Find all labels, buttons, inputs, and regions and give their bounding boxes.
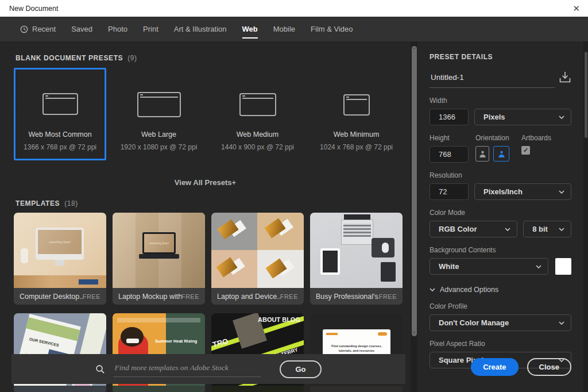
artboards-label: Artboards [521, 134, 551, 142]
advanced-options-toggle[interactable]: Advanced Options [430, 286, 571, 294]
orientation-portrait-icon[interactable] [475, 146, 489, 162]
clipped-template-row [14, 386, 405, 392]
width-label: Width [430, 97, 571, 105]
pixel-aspect-ratio-label: Pixel Aspect Ratio [430, 340, 571, 348]
panel-scrollbar[interactable] [583, 41, 588, 392]
tab-recent[interactable]: Recent [20, 17, 56, 41]
template-grid-row-1: Launching Soon! Computer Desktop... FREE… [14, 213, 403, 305]
tab-mobile[interactable]: Mobile [273, 17, 295, 41]
template-laptop-mockup[interactable]: Launching Soon! Laptop Mockup with... FR… [113, 213, 205, 305]
resolution-label: Resolution [430, 171, 571, 179]
template-thumbnail: Launching Soon! [14, 213, 106, 288]
document-name-field[interactable] [431, 73, 554, 82]
create-button[interactable]: Create [471, 358, 518, 376]
chevron-down-icon [559, 228, 564, 231]
height-input[interactable] [430, 146, 469, 163]
color-profile-label: Color Profile [430, 302, 571, 310]
dialog-title: New Document [9, 5, 58, 13]
browser-window-icon [42, 93, 78, 115]
tab-web[interactable]: Web [242, 17, 258, 41]
save-preset-icon[interactable] [559, 71, 571, 83]
main-content: BLANK DOCUMENT PRESETS (9) Web Most Comm… [0, 41, 411, 392]
chevron-down-icon [559, 116, 564, 119]
template-computer-desktop[interactable]: Launching Soon! Computer Desktop... FREE [14, 213, 106, 305]
resolution-input[interactable] [430, 183, 469, 200]
chevron-down-icon [505, 228, 510, 231]
scrollbar-thumb[interactable] [412, 46, 417, 336]
browser-window-icon [137, 92, 181, 117]
search-input[interactable] [113, 361, 261, 377]
tab-saved[interactable]: Saved [71, 17, 92, 41]
tab-art-illustration[interactable]: Art & Illustration [174, 17, 227, 41]
close-icon[interactable]: ✕ [572, 4, 580, 13]
preset-web-minimum[interactable]: Web Minimum 1024 x 768 px @ 72 ppi [310, 68, 403, 160]
main-scrollbar[interactable]: ⌃ ⌄ [411, 41, 417, 392]
preset-details-panel: PRESET DETAILS Width Pixels Height Orien… [417, 41, 583, 392]
search-icon [95, 364, 105, 374]
free-badge: FREE [379, 293, 397, 300]
chevron-down-icon [430, 288, 435, 291]
chevron-down-icon [536, 265, 541, 268]
tab-print[interactable]: Print [143, 17, 158, 41]
scroll-up-icon[interactable]: ⌃ [411, 47, 417, 52]
templates-section-header: TEMPLATES (18) [16, 199, 78, 207]
background-contents-dropdown[interactable]: White [430, 258, 548, 275]
tab-film-video[interactable]: Film & Video [311, 17, 353, 41]
color-profile-dropdown[interactable]: Don't Color Manage [430, 314, 571, 331]
browser-window-icon [343, 94, 370, 116]
tab-photo[interactable]: Photo [108, 17, 127, 41]
title-bar: New Document ✕ [0, 0, 588, 17]
templates-count: (18) [64, 199, 78, 207]
orientation-landscape-icon[interactable] [493, 146, 509, 162]
scroll-down-icon[interactable]: ⌄ [411, 329, 417, 334]
preset-web-large[interactable]: Web Large 1920 x 1080 px @ 72 ppi [113, 68, 205, 160]
browser-window-icon [239, 93, 276, 116]
clock-icon [20, 25, 28, 33]
chevron-down-icon [559, 190, 564, 194]
bit-depth-dropdown[interactable]: 8 bit [523, 221, 571, 237]
template-thumbnail [310, 213, 403, 288]
width-input[interactable] [430, 109, 469, 125]
color-mode-label: Color Mode [430, 209, 571, 217]
free-badge: FREE [280, 293, 298, 300]
background-contents-label: Background Contents [430, 246, 571, 254]
presets-section-header: BLANK DOCUMENT PRESETS (9) [16, 54, 137, 62]
free-badge: FREE [83, 293, 100, 300]
template-laptop-and-device[interactable]: Laptop and Device... FREE [211, 213, 304, 305]
adobe-stock-search-bar: Go [11, 354, 405, 384]
presets-count: (9) [127, 54, 137, 62]
scrollbar-thumb[interactable] [585, 52, 587, 138]
template-thumbnail [211, 213, 304, 288]
background-color-swatch[interactable] [555, 258, 571, 275]
close-button[interactable]: Close [527, 358, 571, 376]
color-mode-dropdown[interactable]: RGB Color [430, 221, 517, 237]
orientation-label: Orientation [475, 134, 517, 142]
artboards-checkbox[interactable]: ✓ [521, 146, 530, 155]
go-button[interactable]: Go [280, 360, 321, 378]
preset-web-most-common[interactable]: Web Most Common 1366 x 768 px @ 72 ppi [14, 68, 106, 160]
chevron-down-icon [559, 321, 564, 325]
resolution-unit-dropdown[interactable]: Pixels/Inch [474, 183, 571, 200]
template-busy-professional[interactable]: Busy Professional's... FREE [310, 213, 403, 305]
panel-header: PRESET DETAILS [430, 53, 571, 61]
height-label: Height [430, 134, 474, 142]
width-unit-dropdown[interactable]: Pixels [474, 109, 571, 125]
free-badge: FREE [181, 293, 199, 300]
preset-grid: Web Most Common 1366 x 768 px @ 72 ppi W… [14, 68, 403, 160]
new-document-dialog: New Document ✕ Recent Saved Photo Print … [0, 0, 588, 392]
preset-web-medium[interactable]: Web Medium 1440 x 900 px @ 72 ppi [211, 68, 304, 160]
category-tab-bar: Recent Saved Photo Print Art & Illustrat… [0, 17, 588, 41]
template-thumbnail: Launching Soon! [113, 213, 205, 288]
view-all-presets-link[interactable]: View All Presets+ [0, 178, 411, 187]
